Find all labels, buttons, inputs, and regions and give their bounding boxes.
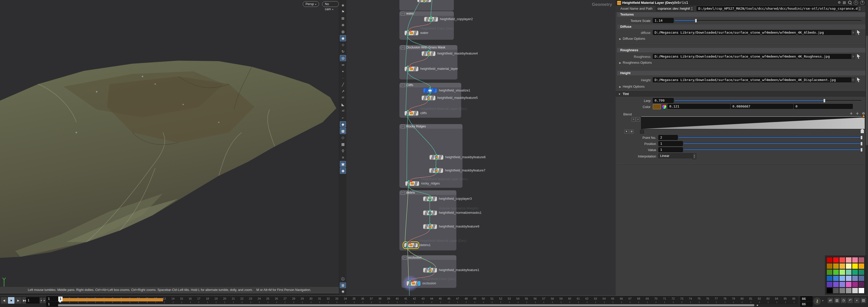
spinner[interactable]: ▴▾ bbox=[692, 154, 696, 159]
section-tint[interactable]: ▼Tint bbox=[616, 91, 868, 96]
range-start-field[interactable]: 1 bbox=[46, 296, 58, 301]
info-icon[interactable]: ⓘ bbox=[340, 276, 346, 282]
input-connector[interactable] bbox=[429, 209, 431, 212]
position-field[interactable]: 1 bbox=[658, 141, 683, 146]
color-swatch[interactable] bbox=[827, 269, 833, 275]
output-connector[interactable] bbox=[407, 114, 409, 116]
output-connector[interactable] bbox=[435, 171, 437, 174]
undo-icon[interactable]: ↶ bbox=[847, 297, 853, 303]
color-swatch[interactable] bbox=[653, 104, 661, 109]
color-g-field[interactable]: 0.0806667 bbox=[731, 104, 793, 109]
input-connector[interactable] bbox=[429, 267, 431, 269]
color-swatch[interactable] bbox=[852, 263, 858, 269]
output-connector[interactable] bbox=[427, 99, 430, 101]
color-r-field[interactable]: 0.121 bbox=[668, 104, 730, 109]
output-connector[interactable] bbox=[423, 1, 425, 3]
ramp-pan-icon[interactable]: ✛ bbox=[849, 112, 853, 116]
color-swatch[interactable] bbox=[833, 269, 839, 275]
node-heightfield_visualize1[interactable]: heightfield_visualize1 bbox=[423, 88, 437, 92]
snapshot-icon[interactable]: ▣ bbox=[340, 161, 346, 167]
output-connector[interactable] bbox=[430, 20, 432, 22]
value-slider[interactable] bbox=[683, 148, 861, 151]
node-name-field[interactable]: debris1 bbox=[674, 1, 688, 5]
node-heightfield_maskbyfeature1[interactable]: heightfield_maskbyfeature1 bbox=[423, 268, 437, 272]
node-heightfield_material_layer[interactable]: heightfield_material_layer bbox=[404, 66, 418, 71]
color-swatch[interactable] bbox=[858, 275, 864, 281]
key-dropdown-icon[interactable]: ▾ bbox=[822, 299, 824, 302]
section-diffuse[interactable]: Diffuse bbox=[617, 24, 865, 29]
current-frame-marker[interactable]: 1 bbox=[58, 297, 63, 301]
color-swatch[interactable] bbox=[846, 288, 852, 294]
input-connector[interactable] bbox=[429, 87, 431, 89]
prim-numbers-icon[interactable]: ⁴² bbox=[340, 108, 346, 114]
color-swatch[interactable] bbox=[846, 269, 852, 275]
input-connector[interactable] bbox=[435, 167, 437, 169]
node-heightfield_maskbyfeature4[interactable]: heightfield_maskbyfeature4 bbox=[422, 51, 435, 56]
input-connector[interactable] bbox=[429, 195, 431, 197]
output-connector[interactable] bbox=[435, 158, 438, 161]
scene-viewport[interactable]: Persp▾ No cam▾ Left mouse tumbles. Middl… bbox=[0, 0, 339, 296]
ramp-delete-point-button[interactable]: × bbox=[631, 117, 636, 121]
view-layout-icon[interactable]: ◈ bbox=[340, 2, 346, 8]
input-connector[interactable] bbox=[427, 50, 430, 52]
output-connector[interactable] bbox=[429, 271, 431, 273]
collapse-icon[interactable]: − bbox=[401, 46, 405, 50]
diffuse-path-field[interactable]: D:/Megascans Library/Downloaded/surface/… bbox=[653, 30, 853, 35]
primitives-icon[interactable]: ◣ bbox=[340, 102, 346, 108]
node-heightfield_copylayer2[interactable]: heightfield_copylayer2 bbox=[424, 17, 438, 21]
point-numbers-icon[interactable]: ¹² bbox=[340, 95, 346, 101]
network-box-header[interactable]: −Rocky Ridges bbox=[399, 124, 463, 129]
section-roughness[interactable]: Roughness bbox=[617, 48, 865, 53]
lerp-field[interactable]: 0.799 bbox=[653, 98, 674, 103]
camera-handle-icon[interactable]: ⌖ bbox=[340, 68, 346, 75]
color-swatch[interactable] bbox=[846, 263, 852, 269]
input-connector[interactable] bbox=[407, 29, 409, 32]
height-options-collapse[interactable]: ▶Height Options bbox=[619, 85, 645, 88]
color-swatch[interactable] bbox=[858, 288, 864, 294]
node-occlusion[interactable]: Heightfield Color (Dev)occlusion bbox=[406, 281, 420, 285]
color-swatch[interactable] bbox=[852, 269, 858, 275]
collapse-icon[interactable]: − bbox=[401, 191, 405, 195]
mask-input-connector[interactable] bbox=[409, 110, 412, 112]
color-swatch[interactable] bbox=[839, 281, 845, 287]
file-chooser-icon[interactable] bbox=[856, 78, 860, 82]
color-swatch[interactable] bbox=[846, 257, 852, 263]
spinner[interactable]: ▴▾ bbox=[858, 6, 862, 11]
origin-axis-icon[interactable]: ⊹ bbox=[340, 42, 346, 48]
info-icon[interactable]: i bbox=[854, 1, 858, 5]
color-swatch[interactable] bbox=[852, 257, 858, 263]
mask-input-connector[interactable] bbox=[409, 65, 412, 67]
current-frame-field[interactable]: 1 bbox=[26, 297, 40, 303]
ramp-collapse-button[interactable]: ▼ bbox=[624, 130, 629, 134]
color-swatch[interactable] bbox=[839, 288, 845, 294]
range-end-field-2[interactable]: 86 bbox=[800, 302, 812, 306]
node-heightfield_maskbyfeature6[interactable]: heightfield_maskbyfeature6 bbox=[429, 155, 443, 159]
lerp-slider[interactable] bbox=[674, 99, 861, 102]
input-connector[interactable] bbox=[435, 154, 438, 156]
output-connector[interactable] bbox=[407, 70, 409, 72]
network-box-header[interactable]: −water bbox=[399, 11, 454, 16]
wireframe-icon[interactable]: ◇ bbox=[340, 135, 346, 141]
step-back-button[interactable]: ◂ bbox=[39, 297, 43, 303]
lighting-icon[interactable]: ◉ bbox=[340, 35, 346, 41]
node-partial[interactable] bbox=[417, 0, 431, 2]
output-connector[interactable] bbox=[407, 34, 409, 36]
section-textures[interactable]: Textures bbox=[617, 12, 865, 17]
roughness-options-collapse[interactable]: ▶Roughness Options bbox=[619, 61, 652, 64]
material-sphere-icon[interactable]: ◍ bbox=[340, 29, 346, 35]
color-swatch[interactable] bbox=[833, 257, 839, 263]
normals-icon[interactable]: ↗ bbox=[340, 88, 346, 94]
node-rocky_ridges[interactable]: Heightfield Material Layer (Dev)rocky_ri… bbox=[405, 181, 419, 186]
color-swatch[interactable] bbox=[839, 269, 845, 275]
color-swatch[interactable] bbox=[827, 281, 833, 287]
color-swatch[interactable] bbox=[827, 288, 833, 294]
edges-icon[interactable]: ╱ bbox=[340, 82, 346, 88]
ring-gimbal-icon[interactable]: ◎ bbox=[340, 55, 346, 61]
profile-curve-icon[interactable]: ⌐ bbox=[340, 115, 346, 121]
collapse-icon[interactable]: − bbox=[403, 256, 407, 260]
node-heightfield_normalizemasks1[interactable]: Volume Normalize Weightsheightfield_norm… bbox=[423, 211, 437, 215]
shaded-mode-icon[interactable]: ◆ bbox=[340, 121, 346, 128]
color-swatch[interactable] bbox=[839, 263, 845, 269]
realtime-clock-icon[interactable]: ◷ bbox=[840, 297, 847, 303]
position-slider[interactable] bbox=[683, 142, 861, 145]
